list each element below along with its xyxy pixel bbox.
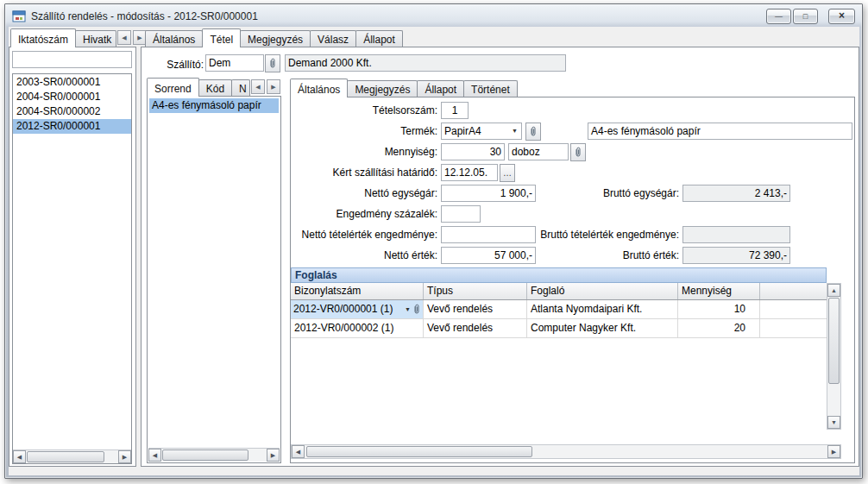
supplier-attachment-button[interactable] [265, 54, 280, 72]
cell-foglalo[interactable]: Atlanta Nyomdaipari Kft. [527, 300, 678, 319]
chevron-down-icon[interactable]: ▼ [405, 303, 411, 316]
reservation-grid-header: Bizonylatszám Típus Foglaló Mennyiség [291, 283, 827, 300]
tab-megjegyzes[interactable]: Megjegyzés [240, 30, 311, 47]
window-title: Szállító rendelés - módosítás - 2012-SR0… [31, 10, 258, 22]
brutto-ertek-label: Bruttó érték: [506, 247, 679, 264]
column-header-foglalo[interactable]: Foglaló [527, 283, 678, 299]
tetelsorszam-label: Tételsorszám: [265, 102, 437, 119]
tab-valasz[interactable]: Válasz [310, 30, 356, 47]
mennyiseg-input[interactable] [441, 143, 505, 160]
scroll-thumb[interactable] [27, 451, 104, 462]
scroll-down-icon[interactable]: ▼ [827, 416, 840, 429]
reservation-row[interactable]: 2012-VR0/000001 (1) ▼ Vevő rendelés Atla… [291, 300, 827, 319]
scroll-left-icon[interactable]: ◀ [292, 445, 305, 458]
form-row: Engedmény százalék: [291, 205, 852, 223]
scroll-up-icon[interactable]: ▲ [827, 284, 840, 297]
cell-bizonylatszam[interactable]: 2012-VR0/000002 (1) [291, 319, 424, 338]
list-item[interactable]: 2004-SR0/000002 [13, 104, 131, 119]
detail-tab-strip: Általános Megjegyzés Állapot Történet [290, 79, 517, 97]
column-header-bizonylatszam[interactable]: Bizonylatszám [291, 283, 424, 299]
cell-tipus[interactable]: Vevő rendelés [424, 319, 527, 338]
maximize-button[interactable]: □ [793, 9, 818, 24]
form-row: Nettó érték: Bruttó érték: 72 390,- [291, 247, 852, 264]
termek-label: Termék: [265, 123, 437, 140]
tab-kod[interactable]: Kód [198, 79, 232, 96]
paperclip-icon[interactable] [412, 304, 421, 316]
tab-scroll-left-icon[interactable]: ◀ [251, 79, 265, 94]
brutto-egysegar-field: 2 413,- [682, 185, 790, 202]
form-row: Nettó egységár: Bruttó egységár: 2 413,- [291, 185, 852, 202]
scroll-thumb[interactable] [306, 446, 532, 457]
netto-engedmeny-label: Nettó tételérték engedménye: [265, 226, 437, 243]
scroll-right-icon[interactable]: ▶ [267, 449, 280, 462]
tab-detail-altalanos[interactable]: Általános [290, 79, 348, 97]
document-list-hscrollbar[interactable]: ◀ ▶ [13, 449, 131, 463]
tab-detail-megjegyzes[interactable]: Megjegyzés [347, 80, 418, 97]
window-controls: — □ × [766, 9, 855, 24]
scroll-left-icon[interactable]: ◀ [148, 449, 161, 462]
form-row: Kért szállítási határidő: … [291, 164, 852, 181]
tab-scroll-left-icon[interactable]: ◀ [117, 30, 131, 45]
reservation-row[interactable]: 2012-VR0/000002 (1) Vevő rendelés Comput… [291, 319, 827, 338]
column-header-tipus[interactable]: Típus [424, 283, 527, 299]
tab-allapot[interactable]: Állapot [355, 30, 403, 47]
document-filter-input[interactable] [12, 51, 132, 68]
termek-attachment-button[interactable] [525, 123, 541, 141]
scroll-left-icon[interactable]: ◀ [13, 450, 26, 463]
app-window: Szállító rendelés - módosítás - 2012-SR0… [4, 3, 863, 479]
list-item-selected[interactable]: 2012-SR0/000001 [13, 119, 131, 134]
detail-panel-hscrollbar[interactable]: ◀ ▶ [291, 444, 841, 459]
unit-input[interactable] [508, 143, 569, 160]
netto-egysegar-label: Nettó egységár: [265, 185, 437, 202]
item-detail-panel: Tételsorszám: Termék: PapirA4 ▼ A4-es fé… [290, 97, 855, 463]
tab-nev[interactable]: N [231, 79, 250, 96]
document-list-panel: 2003-SR0/000001 2004-SR0/000001 2004-SR0… [9, 47, 136, 467]
paperclip-icon [268, 58, 277, 70]
minimize-button[interactable]: — [766, 9, 791, 24]
column-header-mennyiseg[interactable]: Mennyiség [678, 283, 760, 299]
reservation-grid-vscrollbar[interactable]: ▲ ▼ [827, 283, 841, 430]
cell-foglalo[interactable]: Computer Nagyker Kft. [527, 319, 678, 338]
tab-detail-allapot[interactable]: Állapot [417, 80, 464, 97]
tab-sorrend[interactable]: Sorrend [147, 78, 199, 97]
tab-scroll-right-icon[interactable]: ▶ [267, 79, 280, 94]
list-item[interactable]: 2003-SR0/000001 [13, 75, 131, 90]
mennyiseg-label: Mennyiség: [265, 143, 437, 160]
form-row: Tételsorszám: [291, 102, 852, 119]
tab-altalanos[interactable]: Általános [145, 30, 203, 47]
cell-mennyiseg[interactable]: 20 [678, 319, 760, 338]
tetelsorszam-input[interactable] [441, 102, 469, 119]
cell-mennyiseg[interactable]: 10 [678, 300, 760, 319]
close-button[interactable]: × [828, 9, 855, 24]
brutto-engedmeny-field [682, 226, 790, 243]
cell-filler [760, 319, 827, 338]
tab-tetel[interactable]: Tétel [202, 28, 241, 47]
engedmeny-szazalek-label: Engedmény százalék: [265, 205, 437, 223]
form-row: Nettó tételérték engedménye: Bruttó téte… [291, 226, 852, 243]
termek-combobox[interactable]: PapirA4 ▼ [441, 123, 522, 140]
app-icon[interactable] [12, 9, 26, 23]
supplier-label: Szállító: [147, 56, 204, 73]
chevron-down-icon[interactable]: ▼ [511, 124, 519, 138]
order-item-list-panel: A4-es fénymásoló papír ◀ ▶ [147, 96, 281, 463]
scroll-thumb[interactable] [162, 449, 248, 461]
scroll-right-icon[interactable]: ▶ [827, 445, 840, 458]
supplier-name-field: Demand 2000 Kft. [285, 54, 566, 72]
item-list-hscrollbar[interactable]: ◀ ▶ [148, 448, 280, 462]
date-picker-button[interactable]: … [500, 164, 515, 182]
cell-bizonylatszam-selected[interactable]: 2012-VR0/000001 (1) ▼ [291, 300, 424, 319]
titlebar[interactable]: Szállító rendelés - módosítás - 2012-SR0… [7, 6, 860, 26]
tab-detail-tortenet[interactable]: Történet [463, 80, 518, 97]
unit-attachment-button[interactable] [570, 143, 586, 161]
engedmeny-szazalek-input[interactable] [441, 205, 481, 223]
paperclip-icon [574, 147, 582, 159]
cell-tipus[interactable]: Vevő rendelés [424, 300, 527, 319]
supplier-code-input[interactable] [205, 54, 264, 72]
scroll-right-icon[interactable]: ▶ [118, 450, 131, 463]
order-item-selected[interactable]: A4-es fénymásoló papír [149, 98, 279, 113]
list-item[interactable]: 2004-SR0/000001 [13, 90, 131, 104]
tab-iktatoszam[interactable]: Iktatószám [10, 28, 76, 47]
scroll-thumb[interactable] [828, 298, 840, 384]
tab-hivatkozas[interactable]: Hivatk [75, 30, 116, 47]
hatarido-input[interactable] [441, 164, 498, 181]
